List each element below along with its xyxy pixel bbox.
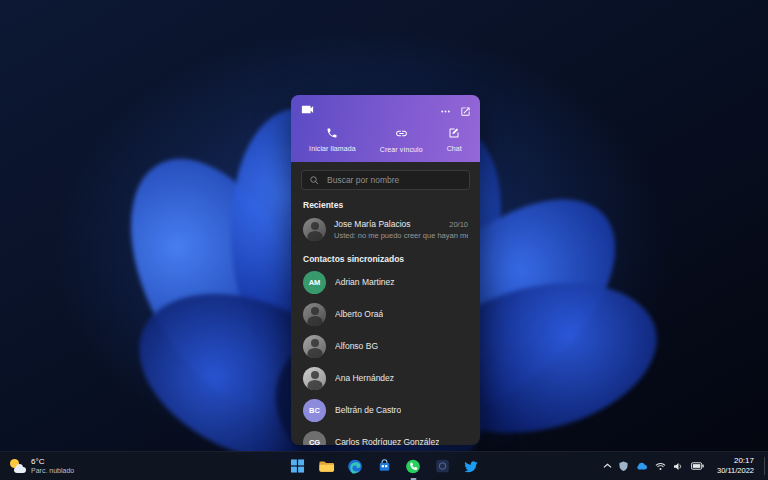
contact-name: Carlos Rodríguez González <box>335 437 439 445</box>
contact-name: Beltrán de Castro <box>335 405 401 415</box>
chevron-up-icon[interactable] <box>603 463 612 469</box>
contact-name: Alberto Oraá <box>335 309 383 319</box>
panel-body: Recientes Jose María Palacios 20/10 Uste… <box>291 162 480 445</box>
tray-date: 30/11/2022 <box>717 466 754 476</box>
panel-header: Iniciar llamada Crear vínculo Chat <box>291 95 480 162</box>
show-desktop-button[interactable] <box>764 457 768 475</box>
windows-logo-icon <box>290 459 304 473</box>
partly-cloudy-icon <box>9 459 26 474</box>
avatar: CG <box>303 431 326 446</box>
dark-app-icon[interactable] <box>431 455 454 478</box>
taskbar-app-icons <box>286 452 483 480</box>
popout-icon[interactable] <box>460 106 471 117</box>
contact-name: Adrian Martinez <box>335 277 395 287</box>
weather-temperature: 6°C <box>31 457 74 467</box>
volume-icon[interactable] <box>673 462 684 471</box>
panel-titlebar <box>300 102 471 121</box>
start-call-button[interactable]: Iniciar llamada <box>309 127 356 153</box>
tray-time: 20:17 <box>717 456 754 466</box>
start-button[interactable] <box>286 455 309 478</box>
start-call-label: Iniciar llamada <box>309 145 356 152</box>
create-link-button[interactable]: Crear vínculo <box>380 127 423 153</box>
synced-contacts-label: Contactos sincronizados <box>303 254 468 264</box>
video-camera-icon <box>300 102 315 121</box>
weather-condition: Parc. nublado <box>31 467 74 476</box>
header-actions: Iniciar llamada Crear vínculo Chat <box>300 127 471 155</box>
contact-name: Ana Hernández <box>335 373 394 383</box>
whatsapp-icon[interactable] <box>402 455 425 478</box>
file-explorer-icon[interactable] <box>315 455 338 478</box>
avatar <box>303 303 326 326</box>
contact-row[interactable]: Ana Hernández <box>291 362 480 394</box>
defender-icon[interactable] <box>619 461 628 472</box>
create-link-label: Crear vínculo <box>380 146 423 153</box>
contact-row[interactable]: Alfonso BG <box>291 330 480 362</box>
battery-icon[interactable] <box>691 462 704 470</box>
recent-chat-main: Jose María Palacios 20/10 Usted: no me p… <box>334 219 468 240</box>
contact-name: Jose María Palacios <box>334 219 443 229</box>
contact-row[interactable]: AM Adrian Martinez <box>291 266 480 298</box>
avatar <box>303 218 326 241</box>
avatar <box>303 335 326 358</box>
contact-list: AM Adrian Martinez Alberto Oraá Alfonso … <box>291 266 480 445</box>
contact-row[interactable]: Alberto Oraá <box>291 298 480 330</box>
link-icon <box>395 127 408 143</box>
phone-icon <box>326 127 338 142</box>
weather-widget[interactable]: 6°C Parc. nublado <box>2 454 81 478</box>
contact-name: Alfonso BG <box>335 341 378 351</box>
twitter-icon[interactable] <box>460 455 483 478</box>
clock[interactable]: 20:17 30/11/2022 <box>711 455 760 477</box>
whatsapp-call-panel: Iniciar llamada Crear vínculo Chat <box>291 95 480 445</box>
recent-chat-row[interactable]: Jose María Palacios 20/10 Usted: no me p… <box>291 215 480 244</box>
new-chat-button[interactable]: Chat <box>447 127 462 153</box>
avatar: AM <box>303 271 326 294</box>
chat-preview: Usted: no me puedo creer que hayan meti… <box>334 231 468 240</box>
edge-icon[interactable] <box>344 455 367 478</box>
search-bar[interactable] <box>301 170 470 190</box>
wifi-icon[interactable] <box>655 462 666 471</box>
new-chat-label: Chat <box>447 145 462 152</box>
search-input[interactable] <box>325 174 462 186</box>
more-options-button[interactable] <box>440 106 451 117</box>
avatar: BC <box>303 399 326 422</box>
desktop: Iniciar llamada Crear vínculo Chat <box>0 0 768 480</box>
taskbar: 6°C Parc. nublado <box>0 451 768 480</box>
avatar <box>303 367 326 390</box>
search-icon <box>309 171 319 189</box>
recents-label: Recientes <box>303 200 468 210</box>
store-icon[interactable] <box>373 455 396 478</box>
new-chat-icon <box>448 127 460 142</box>
system-tray: 20:17 30/11/2022 <box>603 452 760 480</box>
chat-date: 20/10 <box>449 220 468 229</box>
contact-row[interactable]: CG Carlos Rodríguez González <box>291 426 480 445</box>
onedrive-icon[interactable] <box>635 462 648 470</box>
contact-row[interactable]: BC Beltrán de Castro <box>291 394 480 426</box>
